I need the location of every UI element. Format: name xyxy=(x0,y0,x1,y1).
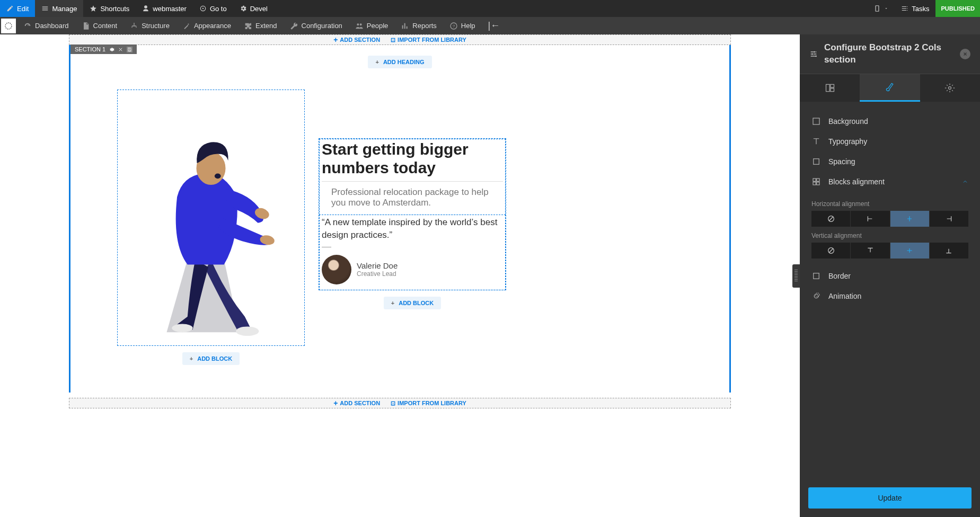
svg-point-13 xyxy=(814,51,816,53)
col-right[interactable]: Start getting bigger numbers today Profe… xyxy=(319,138,506,290)
row-border[interactable]: Border xyxy=(800,266,980,286)
halign-left[interactable] xyxy=(851,211,889,227)
row-animation[interactable]: Animation xyxy=(800,286,980,306)
wrench-icon xyxy=(290,22,298,30)
none-icon xyxy=(827,215,835,223)
user-button[interactable]: webmaster xyxy=(136,0,193,17)
col-left[interactable] xyxy=(117,90,305,346)
canvas[interactable]: + ADD SECTION ⊡ IMPORT FROM LIBRARY SECT… xyxy=(0,34,800,517)
valign-bottom[interactable] xyxy=(930,243,968,258)
reports-link[interactable]: Reports xyxy=(394,17,443,34)
svg-rect-16 xyxy=(826,84,829,91)
people-icon xyxy=(355,22,364,30)
quote-block[interactable]: “A new template inspired by the world’s … xyxy=(319,215,506,290)
add-section-button[interactable]: + ADD SECTION xyxy=(333,399,380,407)
tasks-icon xyxy=(901,5,908,12)
valign-top[interactable] xyxy=(851,243,889,258)
sidebar-footer: Update xyxy=(800,479,980,517)
row-blocks-alignment[interactable]: Blocks alignment xyxy=(800,172,980,192)
person-illustration xyxy=(120,92,302,343)
align-left-icon xyxy=(866,215,875,223)
dashboard-link[interactable]: Dashboard xyxy=(17,17,75,34)
horiz-label: Horizontal alignment xyxy=(811,200,968,208)
halign-right[interactable] xyxy=(930,211,968,227)
close-button[interactable] xyxy=(960,49,970,59)
align-center-icon xyxy=(905,215,914,223)
edit-label: Edit xyxy=(17,5,29,13)
close-icon xyxy=(963,51,968,57)
import-library-button[interactable]: ⊡ IMPORT FROM LIBRARY xyxy=(391,400,466,407)
chevron-down-icon xyxy=(884,5,888,12)
svg-rect-17 xyxy=(830,84,834,87)
tasks-button[interactable]: Tasks xyxy=(895,0,935,17)
halign-none[interactable] xyxy=(811,211,850,227)
halign-center[interactable] xyxy=(890,211,929,227)
tab-layout[interactable] xyxy=(800,74,860,102)
add-block-left-button[interactable]: +ADD BLOCK xyxy=(182,352,240,365)
devel-button[interactable]: Devel xyxy=(233,0,274,17)
border-icon xyxy=(811,271,821,281)
svg-rect-24 xyxy=(813,182,816,185)
tab-settings[interactable] xyxy=(920,74,980,102)
people-link[interactable]: People xyxy=(349,17,394,34)
svg-point-15 xyxy=(815,56,817,57)
sidebar-drag-handle[interactable] xyxy=(792,264,800,288)
goto-button[interactable]: Go to xyxy=(193,0,233,17)
valign-none[interactable] xyxy=(811,243,850,258)
align-top-icon xyxy=(866,246,875,255)
gear-icon[interactable] xyxy=(109,47,114,52)
published-badge: PUBLISHED xyxy=(935,0,980,17)
sidebar-tabs xyxy=(800,74,980,102)
brush-icon xyxy=(885,82,895,92)
close-icon[interactable] xyxy=(118,47,123,52)
star-icon xyxy=(90,5,97,12)
heading-block[interactable]: Start getting bigger numbers today Profe… xyxy=(319,139,506,215)
svg-rect-2 xyxy=(876,6,879,12)
home-icon-button[interactable] xyxy=(1,19,16,33)
svg-point-29 xyxy=(814,294,818,298)
content-link[interactable]: Content xyxy=(75,17,124,34)
divider xyxy=(322,247,331,247)
help-icon: ? xyxy=(449,22,458,30)
user-icon xyxy=(142,5,149,12)
row-typography[interactable]: Typography xyxy=(800,131,980,151)
gauge-icon xyxy=(23,22,32,30)
add-block-right-button[interactable]: +ADD BLOCK xyxy=(384,297,441,309)
device-button[interactable] xyxy=(867,0,895,17)
extend-link[interactable]: Extend xyxy=(237,17,283,34)
shortcuts-button[interactable]: Shortcuts xyxy=(83,0,136,17)
help-link[interactable]: ?Help xyxy=(443,17,482,34)
manage-button[interactable]: Manage xyxy=(35,0,83,17)
update-button[interactable]: Update xyxy=(808,487,972,509)
section-insert-top: + ADD SECTION ⊡ IMPORT FROM LIBRARY xyxy=(69,34,731,45)
layout-icon xyxy=(825,83,835,93)
row-background[interactable]: Background xyxy=(800,111,980,131)
edit-button[interactable]: Edit xyxy=(0,0,35,17)
svg-rect-21 xyxy=(814,159,819,165)
svg-text:?: ? xyxy=(453,23,455,28)
chevron-up-icon xyxy=(962,179,968,185)
row-spacing[interactable]: Spacing xyxy=(800,151,980,172)
target-icon xyxy=(199,5,207,12)
manage-label: Manage xyxy=(52,5,77,13)
sitemap-icon xyxy=(130,22,138,30)
gear-icon xyxy=(240,5,247,12)
alignment-panel: Horizontal alignment Vertical alignment xyxy=(800,192,980,266)
svg-point-19 xyxy=(949,86,951,89)
save-icon[interactable] xyxy=(127,47,133,52)
avatar xyxy=(322,255,351,284)
section-1[interactable]: SECTION 1 +ADD HEADING xyxy=(69,45,731,393)
collapse-button[interactable]: |← xyxy=(482,17,507,34)
configuration-link[interactable]: Configuration xyxy=(284,17,349,34)
sidebar-body: Background Typography Spacing Blocks ali… xyxy=(800,102,980,479)
square-icon xyxy=(811,117,821,126)
import-library-button[interactable]: ⊡ IMPORT FROM LIBRARY xyxy=(391,37,466,43)
structure-link[interactable]: Structure xyxy=(123,17,176,34)
add-heading-button[interactable]: +ADD HEADING xyxy=(368,56,431,68)
valign-middle[interactable] xyxy=(890,243,929,258)
tab-style[interactable] xyxy=(860,74,920,102)
grid-icon xyxy=(811,177,821,186)
svg-point-1 xyxy=(202,8,204,9)
add-section-button[interactable]: + ADD SECTION xyxy=(333,35,380,44)
appearance-link[interactable]: Appearance xyxy=(176,17,237,34)
